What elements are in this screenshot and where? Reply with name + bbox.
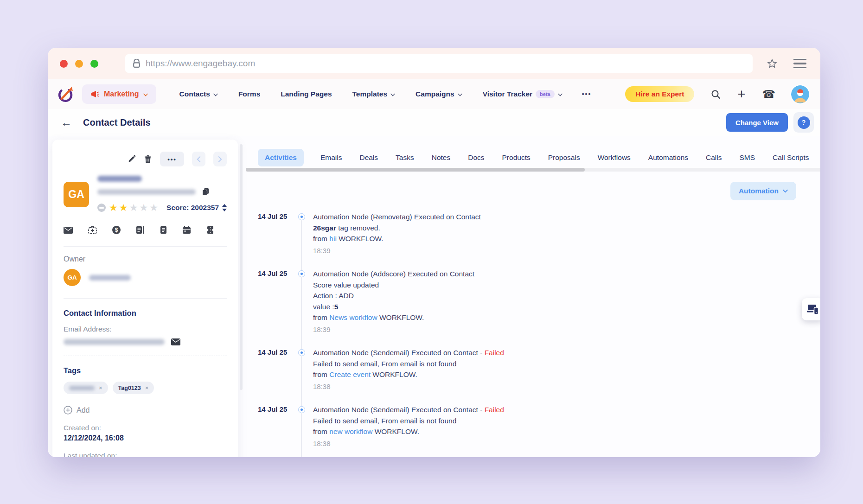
redacted-tag-label	[69, 386, 95, 390]
tab-activities[interactable]: Activities	[258, 149, 304, 166]
remove-tag-icon[interactable]: ×	[145, 384, 149, 391]
star-icon[interactable]: ★	[119, 202, 128, 213]
tab-docs[interactable]: Docs	[467, 149, 485, 166]
score-decrease-icon[interactable]	[222, 209, 227, 211]
automation-filter-dropdown[interactable]: Automation	[730, 182, 796, 200]
engagebay-logo-icon[interactable]	[57, 85, 75, 103]
entry-line: Failed to send email, From email is not …	[313, 358, 504, 370]
quick-add-icon[interactable]: +	[737, 88, 745, 101]
star-icon[interactable]: ★	[109, 202, 118, 213]
tab-deals[interactable]: Deals	[358, 149, 379, 166]
star-icon[interactable]: ★	[149, 202, 158, 213]
tab-call-scripts[interactable]: Call Scripts	[772, 149, 810, 166]
tab-sms[interactable]: SMS	[738, 149, 756, 166]
score-increase-icon[interactable]	[222, 204, 227, 207]
entry-text: Automation Node (Removetag) Executed on …	[313, 213, 481, 221]
nav-item-forms[interactable]: Forms	[238, 90, 260, 98]
sidebar-scrollbar[interactable]	[240, 144, 243, 390]
nav-item-campaigns[interactable]: Campaigns	[416, 90, 462, 98]
back-arrow-icon[interactable]: ←	[61, 117, 72, 128]
tab-notes[interactable]: Notes	[431, 149, 452, 166]
workflow-link[interactable]: News workflow	[329, 313, 377, 321]
nav-item-label: Forms	[238, 90, 260, 98]
entry-line: Automation Node (Addscore) Executed on C…	[313, 268, 474, 280]
clear-rating-icon[interactable]	[97, 204, 106, 212]
entry-text: WORKFLOW.	[372, 427, 419, 435]
tab-proposals[interactable]: Proposals	[547, 149, 581, 166]
entry-line: value :5	[313, 301, 474, 313]
maximize-window-button[interactable]	[90, 60, 98, 68]
delete-trash-icon[interactable]	[144, 155, 152, 164]
page-title: Contact Details	[83, 117, 151, 128]
help-button[interactable]: ?	[793, 112, 814, 133]
plus-circle-icon	[64, 406, 72, 415]
ticket-icon[interactable]	[206, 226, 214, 234]
entry-text: Action : ADD	[313, 292, 354, 300]
tab-automations[interactable]: Automations	[647, 149, 689, 166]
add-tag-button[interactable]: Add	[64, 406, 227, 415]
nav-more-button[interactable]: •••	[582, 90, 592, 98]
user-avatar[interactable]	[791, 85, 809, 103]
created-on-label: Created on:	[64, 424, 227, 432]
star-icon[interactable]: ★	[129, 202, 138, 213]
money-icon[interactable]: $	[112, 226, 121, 234]
entry-text: 26sgar	[313, 224, 336, 232]
page-background: https://www.engagebay.com Marketing	[0, 0, 863, 504]
workflow-link[interactable]: Create event	[329, 370, 371, 378]
tasks-icon[interactable]	[136, 226, 145, 234]
score-stepper[interactable]	[222, 204, 227, 211]
question-mark-icon: ?	[798, 116, 810, 129]
phone-icon[interactable]: ☎	[762, 88, 775, 101]
minimize-window-button[interactable]	[75, 60, 83, 68]
filter-row: Automation	[246, 182, 796, 200]
add-deal-icon[interactable]	[88, 226, 97, 234]
next-contact-button[interactable]	[213, 152, 227, 166]
previous-contact-button[interactable]	[192, 152, 205, 166]
entry-line: 26sgar tag removed.	[313, 223, 481, 234]
nav-item-visitor-tracker[interactable]: Visitor Trackerbeta	[483, 90, 563, 98]
edit-pencil-icon[interactable]	[128, 155, 136, 163]
tag-pill-tag0123: Tag0123×	[113, 382, 154, 394]
entry-body: Automation Node (Sendemail) Executed on …	[313, 404, 504, 449]
tab-emails[interactable]: Emails	[320, 149, 343, 166]
radio-dot-icon	[298, 406, 305, 413]
bookmark-star-icon[interactable]	[767, 58, 778, 69]
calendar-icon[interactable]	[182, 226, 191, 234]
tab-products[interactable]: Products	[501, 149, 531, 166]
close-window-button[interactable]	[60, 60, 68, 68]
search-icon[interactable]	[711, 89, 721, 99]
url-bar[interactable]: https://www.engagebay.com	[125, 54, 753, 73]
radio-dot-icon	[298, 270, 305, 277]
notes-icon[interactable]	[160, 226, 167, 234]
send-email-icon[interactable]	[171, 338, 180, 345]
megaphone-icon	[90, 90, 100, 98]
change-view-button[interactable]: Change View	[726, 113, 788, 132]
copy-icon[interactable]	[202, 188, 209, 196]
workflow-link[interactable]: new workflow	[329, 427, 372, 435]
entry-body: Automation Node (Addscore) Executed on C…	[313, 268, 474, 335]
email-icon[interactable]	[64, 227, 73, 234]
product-switcher-marketing[interactable]: Marketing	[82, 84, 156, 104]
browser-menu-icon[interactable]	[793, 59, 806, 69]
url-text: https://www.engagebay.com	[146, 58, 255, 69]
entry-text: from	[313, 370, 329, 378]
remove-tag-icon[interactable]: ×	[99, 384, 102, 391]
nav-item-contacts[interactable]: Contacts	[179, 90, 218, 98]
tabs-scrollbar[interactable]	[246, 168, 820, 172]
tab-workflows[interactable]: Workflows	[597, 149, 632, 166]
workflow-link[interactable]: hii	[329, 235, 337, 242]
hire-an-expert-button[interactable]: Hire an Expert	[625, 86, 694, 102]
chevron-down-icon	[458, 93, 462, 96]
tab-calls[interactable]: Calls	[705, 149, 722, 166]
devices-widget-button[interactable]	[802, 298, 820, 320]
timeline-entry: 14 Jul 25Automation Node (Sendemail) Exe…	[258, 347, 820, 392]
entry-time: 18:38	[313, 381, 504, 392]
entry-time: 18:39	[313, 324, 474, 335]
contact-more-actions-button[interactable]: •••	[160, 152, 184, 166]
tab-tasks[interactable]: Tasks	[395, 149, 415, 166]
created-on-value: 12/12/2024, 16:08	[64, 434, 227, 442]
nav-item-templates[interactable]: Templates	[352, 90, 396, 98]
nav-item-landing-pages[interactable]: Landing Pages	[281, 90, 332, 98]
star-icon[interactable]: ★	[139, 202, 148, 213]
tabs-scrollbar-thumb[interactable]	[246, 168, 585, 172]
